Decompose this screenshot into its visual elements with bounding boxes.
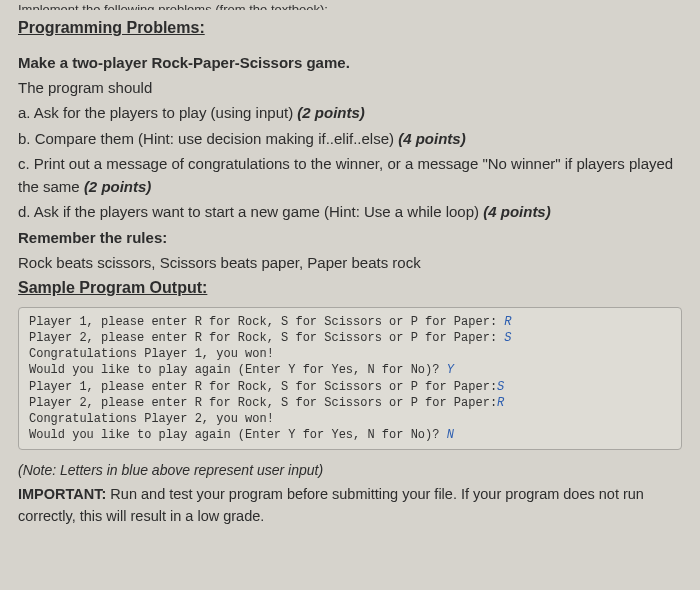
rules-line: Rock beats scissors, Scissors beats pape… [18,251,682,274]
code-l6a: Player 2, please enter R for Rock, S for… [29,396,497,410]
code-l4a: Would you like to play again (Enter Y fo… [29,363,447,377]
item-c: c. Print out a message of congratulation… [18,152,682,199]
item-b: b. Compare them (Hint: use decision maki… [18,127,682,150]
assignment-title: Make a two-player Rock-Paper-Scissors ga… [18,51,682,74]
code-l6b: R [497,396,504,410]
item-c-points: (2 points) [84,178,152,195]
code-l4b: Y [447,363,454,377]
sample-output-box: Player 1, please enter R for Rock, S for… [18,307,682,451]
item-a-points: (2 points) [297,104,365,121]
code-l8b: N [447,428,454,442]
code-l1a: Player 1, please enter R for Rock, S for… [29,315,504,329]
code-l1b: R [504,315,511,329]
code-l3: Congratulations Player 1, you won! [29,347,274,361]
title-text: Make a two-player Rock-Paper-Scissors ga… [18,54,350,71]
code-l7: Congratulations Player 2, you won! [29,412,274,426]
important-line: IMPORTANT: Run and test your program bef… [18,484,682,528]
important-text: Run and test your program before submitt… [18,486,644,524]
sample-header: Sample Program Output: [18,276,682,301]
item-b-points: (4 points) [398,130,466,147]
code-l5a: Player 1, please enter R for Rock, S for… [29,380,497,394]
code-l8a: Would you like to play again (Enter Y fo… [29,428,447,442]
item-d-text: d. Ask if the players want to start a ne… [18,203,483,220]
important-label: IMPORTANT: [18,486,106,502]
code-l2a: Player 2, please enter R for Rock, S for… [29,331,504,345]
rules-header: Remember the rules: [18,226,682,249]
note-line: (Note: Letters in blue above represent u… [18,460,682,482]
item-b-text: b. Compare them (Hint: use decision maki… [18,130,398,147]
section-title: Programming Problems: [18,16,682,41]
item-d: d. Ask if the players want to start a ne… [18,200,682,223]
code-l5b: S [497,380,504,394]
code-l2b: S [504,331,511,345]
item-d-points: (4 points) [483,203,551,220]
item-a: a. Ask for the players to play (using in… [18,101,682,124]
truncated-header: Implement the following problems (from t… [18,0,682,10]
intro-line: The program should [18,76,682,99]
item-a-text: a. Ask for the players to play (using in… [18,104,297,121]
